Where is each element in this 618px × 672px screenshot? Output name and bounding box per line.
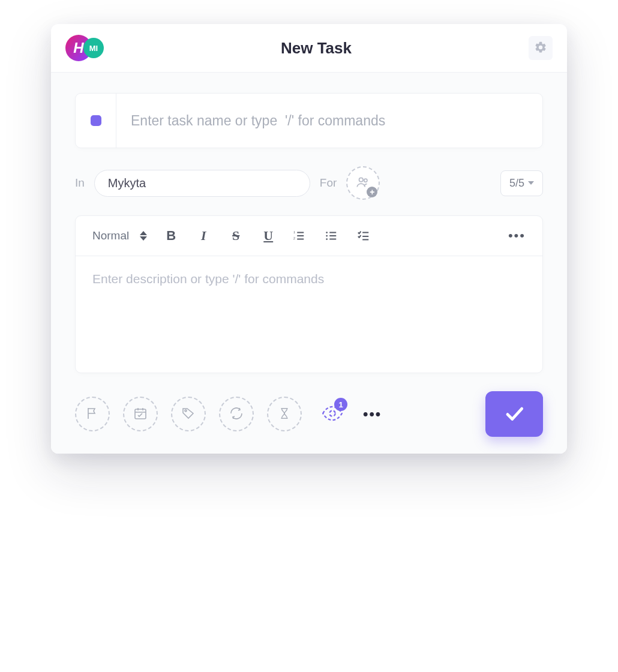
underline-button[interactable]: U [260, 228, 277, 244]
svg-text:1: 1 [293, 230, 295, 234]
svg-point-9 [326, 238, 328, 240]
due-date-button[interactable] [123, 397, 158, 431]
recurring-button[interactable] [219, 397, 254, 431]
avatar-stack: H MI [65, 35, 104, 61]
svg-point-8 [326, 235, 328, 237]
task-name-row [75, 93, 543, 148]
add-assignee-button[interactable]: + [346, 166, 380, 200]
status-indicator [91, 115, 101, 126]
modal-title: New Task [281, 39, 352, 58]
footer-more-button[interactable]: ••• [363, 406, 382, 422]
editor-body [76, 256, 542, 373]
svg-point-20 [185, 410, 187, 412]
format-label: Normal [92, 229, 129, 242]
time-estimate-button[interactable] [267, 397, 302, 431]
bold-button[interactable]: B [163, 228, 179, 244]
toolbar-more-button[interactable]: ••• [508, 228, 526, 244]
flag-icon [85, 406, 100, 422]
in-label: In [75, 176, 85, 190]
svg-point-1 [364, 179, 367, 182]
modal-body: In Mykyta For + 5/5 Normal [51, 73, 567, 454]
gear-icon [534, 41, 547, 56]
chevron-down-icon [528, 181, 534, 185]
modal-header: H MI New Task [51, 24, 567, 73]
settings-button[interactable] [529, 36, 553, 60]
format-select[interactable]: Normal [92, 229, 147, 242]
create-task-button[interactable] [485, 391, 543, 437]
user-avatar[interactable]: MI [83, 38, 104, 58]
repeat-icon [229, 406, 244, 422]
plus-icon: + [367, 187, 377, 197]
footer-actions: 1 ••• [75, 391, 543, 437]
hourglass-icon [278, 406, 291, 422]
task-name-input[interactable] [116, 113, 542, 129]
svg-point-7 [326, 232, 328, 233]
for-label: For [320, 176, 337, 190]
meta-row: In Mykyta For + 5/5 [75, 166, 543, 200]
svg-point-0 [359, 178, 364, 182]
editor-toolbar: Normal B I S U 12 ••• [76, 216, 542, 256]
custom-fields-toggle[interactable]: 5/5 [500, 170, 543, 196]
svg-text:2: 2 [293, 236, 295, 240]
strikethrough-button[interactable]: S [227, 228, 244, 244]
svg-rect-16 [135, 409, 146, 419]
watchers-button[interactable]: 1 [315, 397, 350, 431]
calendar-icon [133, 406, 148, 422]
tag-icon [181, 406, 196, 422]
svg-point-21 [329, 410, 335, 416]
ordered-list-button[interactable]: 12 [292, 229, 309, 242]
tags-button[interactable] [171, 397, 206, 431]
new-task-modal: H MI New Task In Mykyta For + [51, 24, 567, 454]
count-label: 5/5 [509, 177, 524, 190]
watchers-badge: 1 [334, 398, 347, 411]
description-input[interactable] [92, 272, 526, 286]
italic-button[interactable]: I [195, 228, 212, 244]
location-picker[interactable]: Mykyta [94, 170, 310, 197]
check-icon [503, 402, 526, 427]
checklist-button[interactable] [357, 229, 374, 242]
priority-button[interactable] [75, 397, 110, 431]
description-editor: Normal B I S U 12 ••• [75, 215, 543, 373]
unordered-list-button[interactable] [325, 229, 341, 242]
status-picker[interactable] [76, 94, 116, 148]
select-arrows-icon [140, 231, 147, 241]
